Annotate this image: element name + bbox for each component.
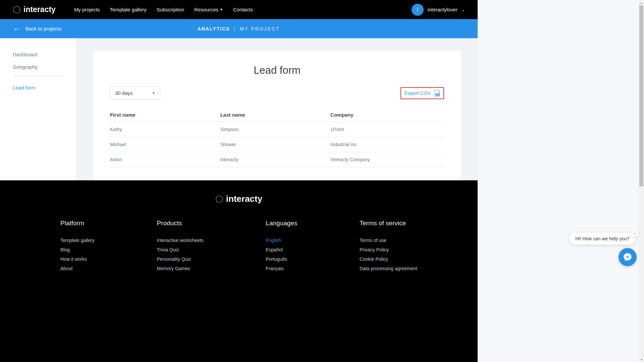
period-value: 30 days [115, 90, 133, 96]
footer-link[interactable]: Memory Games [157, 266, 204, 271]
cell-first: Kathy [110, 122, 220, 137]
user-menu[interactable]: I interactylover ⌄ [412, 4, 465, 16]
footer-col-platform: Platform Template gallery Blog How it wo… [60, 220, 95, 275]
footer-link-english[interactable]: English [266, 238, 297, 243]
footer-link[interactable]: Cookie Policy [360, 256, 417, 262]
footer-col-title: Terms of service [360, 220, 417, 227]
col-last-name: Last name [220, 108, 331, 122]
footer-link[interactable]: Español [266, 247, 297, 252]
sidebar-item-dashboard[interactable]: Dashboard [13, 48, 63, 61]
csv-file-icon: CSV [434, 90, 440, 97]
footer-link[interactable]: Terms of use [360, 238, 417, 243]
footer-logo: interacty [0, 194, 478, 204]
cell-last: Interacty [220, 152, 331, 167]
scrollbar-down-icon[interactable]: ▾ [639, 357, 644, 362]
analytics-bar: ← Back to projects ANALYTICS | MY PROJEC… [0, 19, 478, 38]
footer-link[interactable]: Trivia Quiz [157, 247, 204, 252]
lead-form-card: Lead form 30 days ▼ Export CSV CSV First… [93, 51, 461, 181]
analytics-label: ANALYTICS [198, 26, 230, 32]
card-toolbar: 30 days ▼ Export CSV CSV [110, 86, 444, 100]
nav-my-projects[interactable]: My projects [74, 7, 100, 12]
title-separator: | [234, 26, 236, 32]
scrollbar-up-icon[interactable]: ▴ [639, 0, 644, 5]
analytics-title: ANALYTICS | MY PROJECT [198, 26, 280, 32]
svg-point-0 [13, 6, 20, 13]
table-row: Kathy Simpson 1Point [110, 122, 444, 137]
export-csv-button[interactable]: Export CSV CSV [400, 87, 444, 99]
brand-logo[interactable]: interacty [13, 5, 56, 14]
brand-text: interacty [23, 5, 56, 14]
footer-brand-logo[interactable]: interacty [215, 194, 262, 204]
leads-table: First name Last name Company Kathy Simps… [110, 108, 444, 167]
nav-resources-label: Resources [194, 7, 218, 12]
footer-link[interactable]: How it works [60, 256, 95, 262]
svg-text:CSV: CSV [436, 94, 439, 96]
footer-link[interactable]: Template gallery [60, 238, 95, 243]
cell-company: Interacty Company [330, 152, 444, 167]
col-first-name: First name [110, 108, 220, 122]
sidebar-divider [13, 76, 63, 76]
footer-link[interactable]: Interactive worksheets [157, 238, 204, 243]
footer-link[interactable]: Privacy Policy [360, 247, 417, 252]
scrollbar-track[interactable]: ▴ ▾ [639, 0, 644, 362]
svg-point-3 [216, 196, 223, 202]
logo-icon [13, 6, 21, 14]
period-select[interactable]: 30 days ▼ [110, 86, 160, 100]
cell-last: Simpson [220, 122, 331, 137]
cell-first: Anton [110, 152, 220, 167]
footer-col-products: Products Interactive worksheets Trivia Q… [157, 220, 204, 275]
footer-brand-text: interacty [226, 194, 262, 204]
nav-subscription[interactable]: Subscription [157, 7, 184, 12]
footer: interacty Platform Template gallery Blog… [0, 180, 478, 362]
col-company: Company [330, 108, 444, 122]
footer-col-title: Products [157, 220, 204, 227]
footer-link[interactable]: About [60, 266, 95, 271]
footer-link[interactable]: Personality Quiz [157, 256, 204, 262]
table-row: Anton Interacty Interacty Company [110, 152, 444, 167]
footer-col-terms: Terms of service Terms of use Privacy Po… [360, 220, 417, 275]
back-label: Back to projects [25, 26, 61, 32]
top-navbar: interacty My projects Template gallery S… [0, 0, 478, 19]
sidebar-item-lead-form[interactable]: Lead form [13, 81, 63, 94]
cell-company: 1Point [330, 122, 444, 137]
nav-resources[interactable]: Resources ▼ [194, 7, 223, 12]
footer-link[interactable]: Blog [60, 247, 95, 252]
project-name: MY PROJECT [240, 26, 280, 32]
arrow-left-icon: ← [13, 24, 21, 34]
messenger-icon [623, 252, 632, 262]
footer-col-title: Platform [60, 220, 95, 227]
chevron-down-icon: ▼ [220, 8, 223, 11]
cell-company: Industrial inc [330, 137, 444, 152]
footer-col-title: Languages [266, 220, 297, 227]
footer-col-languages: Languages English Español Português Fran… [266, 220, 297, 275]
chat-fab[interactable] [619, 248, 637, 266]
card-title: Lead form [110, 64, 444, 76]
cell-last: Shower [220, 137, 331, 152]
close-icon[interactable]: − [631, 230, 638, 237]
table-row: Michael Shower Industrial inc [110, 137, 444, 152]
footer-link[interactable]: Português [266, 256, 297, 262]
chevron-down-icon: ⌄ [462, 7, 465, 12]
export-label: Export CSV [405, 90, 431, 96]
footer-columns: Platform Template gallery Blog How it wo… [0, 220, 478, 275]
table-header-row: First name Last name Company [110, 108, 444, 122]
scrollbar-thumb[interactable] [639, 5, 643, 186]
footer-link[interactable]: Data processing agreement [360, 266, 417, 271]
back-to-projects[interactable]: ← Back to projects [13, 24, 61, 34]
chevron-down-icon: ▼ [152, 91, 155, 95]
nav-template-gallery[interactable]: Template gallery [110, 7, 147, 12]
username: interactylover [428, 7, 458, 12]
cell-first: Michael [110, 137, 220, 152]
sidebar-item-geography[interactable]: Geography [13, 61, 63, 73]
chat-bubble-text: Hi! How can we help you? [575, 236, 630, 241]
avatar: I [412, 4, 424, 16]
chat-help-bubble[interactable]: Hi! How can we help you? − [569, 233, 636, 245]
nav-contacts[interactable]: Contacts [233, 7, 253, 12]
logo-icon [215, 195, 223, 203]
nav-links: My projects Template gallery Subscriptio… [74, 7, 412, 12]
footer-link[interactable]: Français [266, 266, 297, 271]
